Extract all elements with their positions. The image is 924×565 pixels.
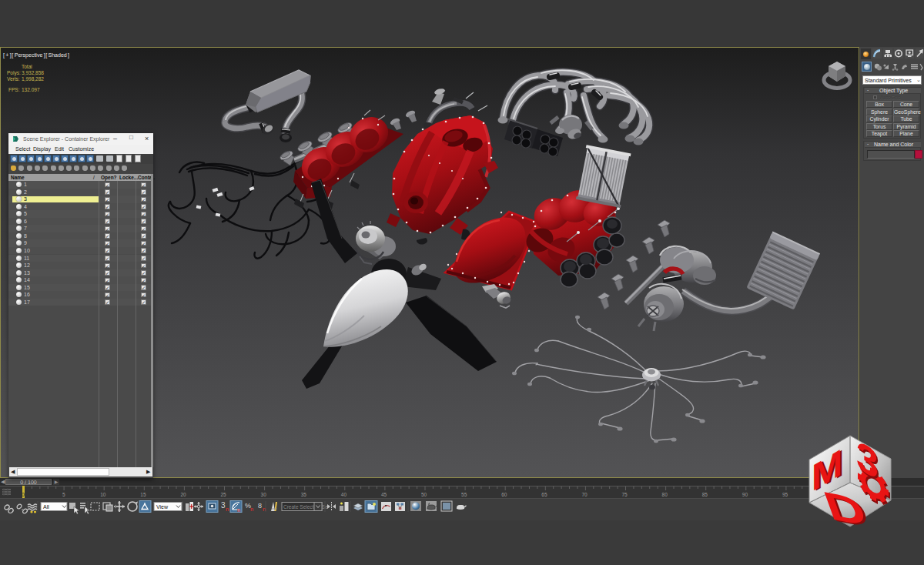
svg-text:60: 60: [501, 492, 507, 497]
svg-text:55: 55: [461, 492, 467, 497]
svg-text:0: 0: [22, 492, 25, 497]
svg-text:n: n: [226, 506, 229, 512]
svg-text:45: 45: [381, 492, 387, 497]
svg-text:90: 90: [742, 492, 748, 497]
svg-text:35: 35: [301, 492, 307, 497]
svg-text:8: 8: [258, 502, 262, 510]
svg-text:70: 70: [581, 492, 588, 497]
svg-text:25: 25: [221, 492, 227, 497]
svg-text:All: All: [43, 504, 49, 510]
svg-text:30: 30: [261, 492, 267, 497]
svg-text:View: View: [156, 504, 169, 510]
svg-text:40: 40: [341, 492, 347, 497]
svg-text:5: 5: [62, 492, 65, 497]
svg-text:n: n: [237, 507, 240, 513]
svg-text:n: n: [250, 506, 253, 512]
svg-text:10: 10: [100, 492, 106, 497]
svg-text:20: 20: [180, 492, 186, 497]
svg-text:50: 50: [421, 492, 427, 497]
svg-text:75: 75: [622, 492, 628, 497]
svg-text:65: 65: [541, 492, 547, 497]
svg-text:15: 15: [140, 492, 146, 497]
svg-text:80: 80: [662, 492, 668, 497]
svg-text:95: 95: [782, 492, 788, 497]
svg-text:85: 85: [702, 492, 708, 497]
